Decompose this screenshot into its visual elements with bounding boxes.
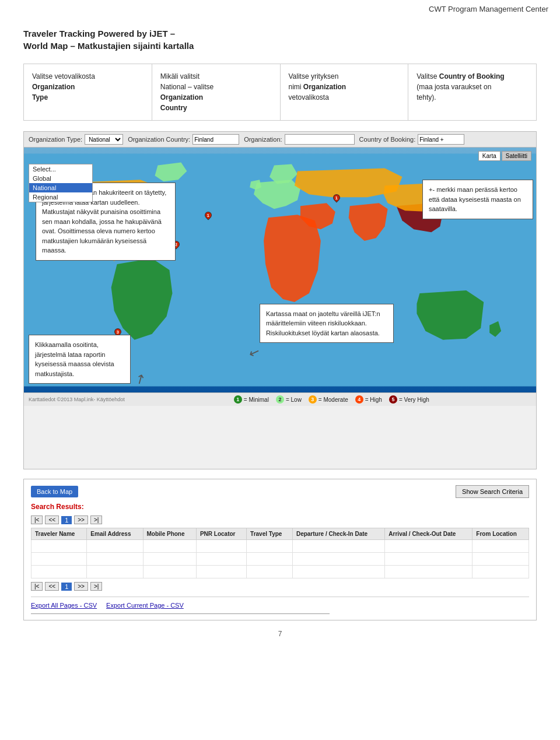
callout-risk-info: Kartassa maat on jaoteltu väreillä iJET:… [260, 304, 394, 343]
prev-page-btn[interactable]: << [45, 515, 59, 524]
map-image-area: Karta Satelliitti Select... Global Natio… [24, 148, 536, 392]
org-type-group: Organization Type: Select... Global Nati… [29, 134, 123, 145]
callout-click-info: Klikkaamalla osoitinta, järjestelmä lata… [29, 335, 131, 384]
col-pnr: PNR Locator [196, 528, 246, 540]
info-box-1: Valitse vetovalikosta OrganizationType [24, 64, 152, 120]
first-page-btn[interactable]: |< [31, 515, 43, 524]
map-toolbar: Organization Type: Select... Global Nati… [24, 132, 536, 148]
legend-moderate: 3 = Moderate [309, 395, 348, 404]
page-title: Traveler Tracking Powered by iJET – Worl… [23, 27, 537, 52]
search-results-area: Back to Map Show Search Criteria Search … [23, 479, 537, 620]
page-footer: 7 [23, 630, 537, 638]
last-page-btn-bot[interactable]: >| [90, 582, 102, 591]
copyright-text: Karttatiedot ©2013 Mapl.ink- Käyttöehdot [29, 397, 125, 402]
table-row [32, 553, 529, 566]
dropdown-national[interactable]: National [29, 183, 92, 192]
page-number-bot: 1 [61, 583, 72, 591]
back-to-map-button[interactable]: Back to Map [31, 486, 78, 497]
export-all-link[interactable]: Export All Pages - CSV [31, 602, 97, 609]
legend-minimal: 1 = Minimal [234, 395, 269, 404]
screenshot-area: Organization Type: Select... Global Nati… [23, 131, 537, 469]
col-travel-type: Travel Type [247, 528, 293, 540]
page-header: CWT Program Management Center [0, 0, 560, 16]
legend-high: 4 = High [355, 395, 382, 404]
prev-page-btn-bot[interactable]: << [45, 582, 59, 591]
table-header-row: Traveler Name Email Address Mobile Phone… [32, 528, 529, 540]
table-row [32, 566, 529, 578]
export-row: Export All Pages - CSV Export Current Pa… [31, 597, 529, 609]
main-content: Traveler Tracking Powered by iJET – Worl… [0, 16, 560, 650]
org-type-label: Organization Type: [29, 136, 82, 143]
page-number: 1 [61, 516, 72, 524]
col-departure: Departure / Check-In Date [292, 528, 384, 540]
booking-group: Country of Booking: [359, 134, 465, 145]
pagination-top: |< << 1 >> >| [31, 515, 529, 524]
results-table: Traveler Name Email Address Mobile Phone… [31, 528, 529, 578]
last-page-btn[interactable]: >| [90, 515, 102, 524]
col-traveler-name: Traveler Name [32, 528, 87, 540]
next-page-btn-bot[interactable]: >> [74, 582, 88, 591]
org-country-input[interactable] [192, 134, 239, 145]
col-mobile: Mobile Phone [143, 528, 196, 540]
info-row: Valitse vetovalikosta OrganizationType M… [23, 64, 537, 121]
col-email: Email Address [87, 528, 143, 540]
org-label: Organization: [244, 136, 282, 143]
legend-low: 2 = Low [276, 395, 302, 404]
first-page-btn-bot[interactable]: |< [31, 582, 43, 591]
org-country-group: Organization Country: [128, 134, 239, 145]
next-page-btn[interactable]: >> [74, 515, 88, 524]
col-arrival: Arrival / Check-Out Date [385, 528, 473, 540]
table-row [32, 540, 529, 553]
export-current-link[interactable]: Export Current Page - CSV [106, 602, 184, 609]
divider-line [31, 613, 330, 614]
header-title: CWT Program Management Center [429, 5, 548, 13]
callout-plus-info: +- merkki maan perässä kertoo että dataa… [422, 180, 533, 219]
org-type-dropdown-list: Select... Global National Regional [29, 164, 93, 202]
col-from: From Location [473, 528, 529, 540]
search-results-header: Back to Map Show Search Criteria [31, 485, 529, 498]
booking-input[interactable] [418, 134, 464, 145]
info-box-2: Mikäli valitsitNational – valitse Organi… [152, 64, 281, 120]
risk-legend: Karttatiedot ©2013 Mapl.ink- Käyttöehdot… [24, 392, 536, 406]
org-country-label: Organization Country: [128, 136, 190, 143]
info-box-3: Valitse yrityksennimi Organizationvetova… [281, 64, 409, 120]
satelliitti-button[interactable]: Satelliitti [502, 151, 531, 161]
map-controls: Karta Satelliitti [478, 151, 531, 161]
dropdown-select[interactable]: Select... [29, 164, 92, 174]
show-search-criteria-button[interactable]: Show Search Criteria [456, 485, 529, 498]
legend-very-high: 5 = Very High [389, 395, 429, 404]
page-number-footer: 7 [278, 630, 282, 638]
booking-label: Country of Booking: [359, 136, 416, 143]
info-box-4: Valitse Country of Booking(maa josta var… [408, 64, 536, 120]
pagination-bottom: |< << 1 >> >| [31, 582, 529, 591]
org-input[interactable] [285, 134, 355, 145]
dropdown-global[interactable]: Global [29, 174, 92, 183]
search-results-label: Search Results: [31, 503, 529, 511]
org-type-select[interactable]: Select... Global National Regional [85, 134, 123, 145]
karta-button[interactable]: Karta [478, 151, 501, 161]
dropdown-regional[interactable]: Regional [29, 192, 92, 202]
org-group: Organization: [244, 134, 354, 145]
